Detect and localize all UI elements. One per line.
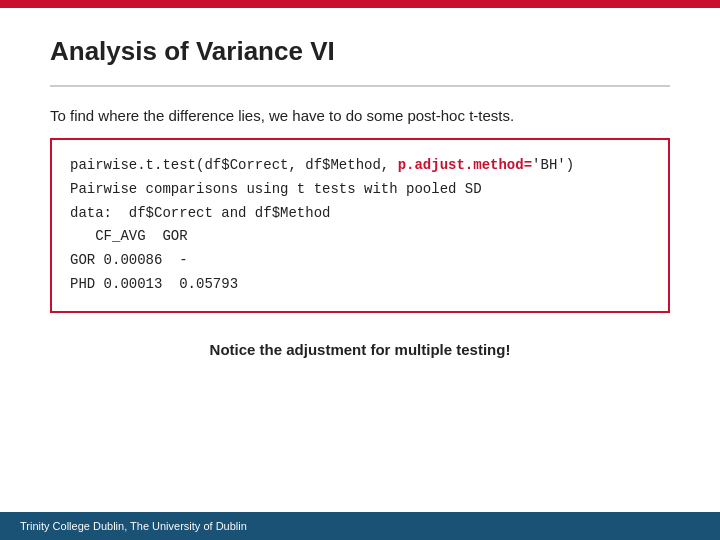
intro-text: To find where the difference lies, we ha… — [50, 107, 670, 124]
footer-text: Trinity College Dublin, The University o… — [20, 520, 247, 532]
code-line-1-highlight: p.adjust.method= — [398, 157, 532, 173]
content-area: Analysis of Variance VI To find where th… — [0, 8, 720, 512]
code-line-1-plain: pairwise.t.test(df$Correct, df$Method, — [70, 157, 398, 173]
code-line-6: PHD 0.00013 0.05793 — [70, 273, 650, 297]
code-line-1-value: 'BH') — [532, 157, 574, 173]
code-line-3-label: data: — [70, 205, 112, 221]
code-line-3: data: df$Correct and df$Method — [70, 202, 650, 226]
footer-bar: Trinity College Dublin, The University o… — [0, 512, 720, 540]
code-line-2: Pairwise comparisons using t tests with … — [70, 178, 650, 202]
notice-text: Notice the adjustment for multiple testi… — [50, 341, 670, 358]
code-line-1: pairwise.t.test(df$Correct, df$Method, p… — [70, 154, 650, 178]
divider — [50, 85, 670, 87]
code-box: pairwise.t.test(df$Correct, df$Method, p… — [50, 138, 670, 313]
header-bar — [0, 0, 720, 8]
page-container: Analysis of Variance VI To find where th… — [0, 0, 720, 540]
code-line-4: CF_AVG GOR — [70, 225, 650, 249]
page-title: Analysis of Variance VI — [50, 36, 670, 67]
code-line-5: GOR 0.00086 - — [70, 249, 650, 273]
code-line-3-value: df$Correct and df$Method — [112, 205, 330, 221]
